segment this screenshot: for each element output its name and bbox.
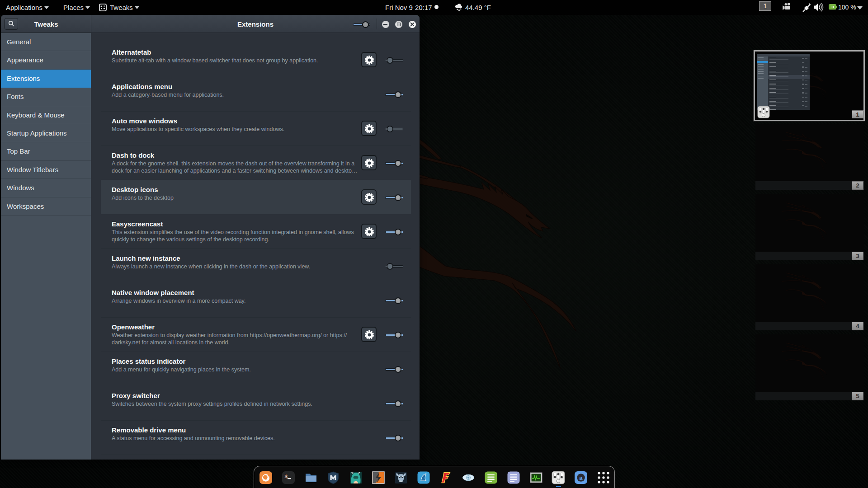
svg-text:a: a — [579, 474, 583, 481]
svg-text:$: $ — [284, 474, 288, 479]
